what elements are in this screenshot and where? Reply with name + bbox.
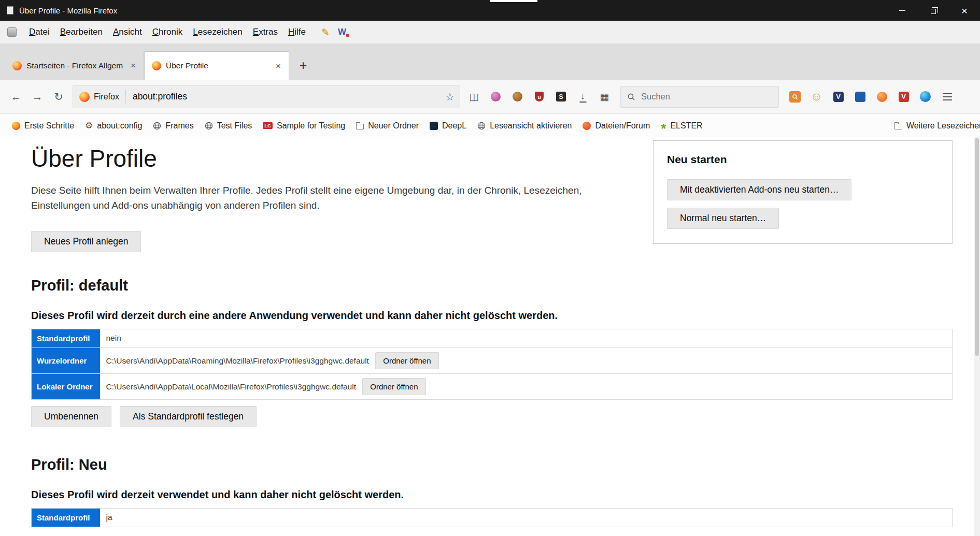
bookmark-leseansicht[interactable]: Leseansicht aktivieren [473,119,576,133]
default-profile-value: nein [100,329,953,347]
restart-box: Neu starten Mit deaktivierten Add-ons ne… [653,140,953,244]
tab-ueber-profile[interactable]: Über Profile × [144,51,289,80]
search-bar[interactable] [620,86,779,108]
v-red-extension-button[interactable]: V [894,87,913,106]
forward-button[interactable]: → [27,87,47,107]
stylus-button[interactable]: S [551,87,571,106]
bookmark-label: Frames [165,121,193,131]
minimize-button[interactable] [887,0,918,21]
app-icon[interactable] [7,27,17,37]
bookmark-test-files[interactable]: Test Files [200,119,257,133]
scrollbar-thumb[interactable] [975,138,979,356]
tab-startseiten[interactable]: Startseiten - Firefox Allgeme × [5,51,144,80]
table-row: Standardprofil ja [32,508,953,527]
bookmark-neuer-ordner[interactable]: Neuer Ordner [351,119,423,133]
create-profile-button[interactable]: Neues Profil anlegen [31,231,141,252]
profile-section-neu: Profil: Neu Dieses Profil wird derzeit v… [31,456,953,527]
window-icon [7,6,13,15]
menu-bearbeiten[interactable]: Bearbeiten [55,24,108,40]
smiley-icon: ☺ [811,91,822,103]
new-tab-button[interactable]: + [293,55,313,75]
bookmark-star-icon[interactable]: ☆ [440,91,460,103]
table-row: Wurzelordner C:\Users\Andi\AppData\Roami… [32,347,953,373]
magnifier-badge-icon [789,91,801,103]
profile-neu-table: Standardprofil ja [31,508,953,527]
sidebar-icon: ◫ [470,92,479,102]
root-dir-cell: C:\Users\Andi\AppData\Roaming\Mozilla\Fi… [100,347,953,373]
globe-icon [477,122,486,130]
orange-extension-button[interactable] [872,87,891,106]
bookmark-label: DeepL [442,121,466,131]
reload-button[interactable]: ↻ [49,87,68,107]
swirl-extension-button[interactable] [916,87,935,106]
orange-circle-icon [877,92,887,102]
sidebar-toggle-button[interactable]: ◫ [464,87,484,106]
restart-normal-button[interactable]: Normal neu starten… [667,208,779,229]
menu-hilfe[interactable]: Hilfe [283,24,311,40]
bookmark-elster[interactable]: * ELSTER [656,119,707,133]
vertical-scrollbar[interactable] [974,137,980,536]
ublock-button[interactable]: u [530,87,549,106]
bookmark-label: Weitere Lesezeichen [906,121,980,131]
bookmark-frames[interactable]: Frames [148,119,198,133]
bookmark-erste-schritte[interactable]: Erste Schritte [7,119,79,133]
search-input[interactable] [640,91,772,102]
restore-button[interactable] [918,0,949,21]
bookmark-label: Leseansicht aktivieren [490,121,572,131]
url-input[interactable] [132,91,440,103]
folder-icon [356,124,364,129]
grid-icon: ▦ [600,92,609,102]
root-dir-path: C:\Users\Andi\AppData\Roaming\Mozilla\Fi… [106,356,369,365]
forum-icon [583,122,591,130]
downloads-button[interactable]: ↓ [573,87,592,106]
bookmark-label: Test Files [217,121,252,131]
emoji-extension-button[interactable]: ☺ [807,87,826,106]
v-red-badge-icon: V [899,92,909,102]
bookmark-dateien-forum[interactable]: Dateien/Forum [578,119,655,133]
toolbar-icons-left: ◫ u S ↓ ▦ [464,87,614,106]
restart-addons-disabled-button[interactable]: Mit deaktivierten Add-ons neu starten… [667,179,851,200]
open-root-dir-button[interactable]: Ordner öffnen [375,352,438,369]
url-bar[interactable]: Firefox ☆ [73,85,460,108]
menu-lesezeichen[interactable]: Lesezeichen [188,24,247,40]
back-button[interactable]: ← [6,87,26,107]
open-local-dir-button[interactable]: Ordner öffnen [362,378,425,395]
container-extension-button[interactable] [486,87,505,106]
menu-ansicht[interactable]: Ansicht [108,24,147,40]
w-badge-icon[interactable]: W [338,27,348,37]
download-icon: ↓ [580,91,585,102]
bookmark-label: Sample for Testing [277,121,345,131]
identity-label: Firefox [94,92,119,102]
bookmark-sample-for-testing[interactable]: LC Sample for Testing [258,119,350,133]
app-menu-button[interactable] [938,87,957,106]
tab-close-icon[interactable]: × [273,62,283,70]
bookmark-about-config[interactable]: ⚙ about:config [80,119,147,133]
rename-profile-button[interactable]: Umbenennen [31,406,111,427]
cookie-extension-button[interactable] [508,87,527,106]
apps-grid-button[interactable]: ▦ [595,87,614,106]
menu-extras[interactable]: Extras [248,24,283,40]
bookmark-label: Neuer Ordner [368,121,419,131]
close-window-button[interactable]: × [949,0,980,21]
set-default-profile-button[interactable]: Als Standardprofil festlegen [120,406,257,427]
cookie-icon [513,92,522,102]
firefox-favicon-icon [12,61,22,70]
toolbar-icons-right: ☺ V V [785,87,950,106]
blue-extension-button[interactable] [850,87,870,106]
bookmark-deepl[interactable]: DeepL [425,119,471,133]
pencil-icon[interactable]: ✎ [321,26,330,38]
navigation-toolbar: ← → ↻ Firefox ☆ ◫ u S ↓ ▦ ☺ V [0,80,980,114]
bookmark-weitere-lesezeichen[interactable]: Weitere Lesezeichen [890,119,980,133]
window-controls: × [887,0,980,21]
tab-close-icon[interactable]: × [128,61,138,70]
tab-label: Über Profile [166,61,268,70]
menu-datei[interactable]: Datei [24,24,55,40]
menu-bar: Datei Bearbeiten Ansicht Chronik Lesezei… [0,21,980,44]
screenshot-extension-button[interactable] [785,87,804,106]
menu-chronik[interactable]: Chronik [147,24,188,40]
table-row: Lokaler Ordner C:\Users\Andi\AppData\Loc… [32,373,953,399]
search-icon [627,93,635,101]
ublock-glyph: u [537,94,541,100]
site-identity[interactable]: Firefox [73,86,125,108]
v-dark-extension-button[interactable]: V [829,87,848,106]
